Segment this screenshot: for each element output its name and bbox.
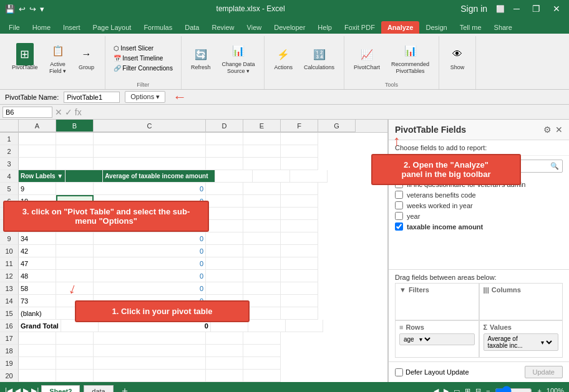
cell-f13[interactable] — [281, 282, 318, 295]
row-num-13[interactable]: 13 — [0, 282, 19, 295]
cell-b4[interactable] — [66, 170, 103, 183]
cell-e4[interactable] — [253, 170, 290, 183]
cell-a17[interactable] — [19, 332, 56, 345]
calculations-button[interactable]: 🔢 Calculations — [299, 42, 339, 74]
tab-home[interactable]: Home — [26, 21, 57, 34]
tab-page-layout[interactable]: Page Layout — [87, 21, 138, 34]
tab-help[interactable]: Help — [311, 21, 338, 34]
refresh-button[interactable]: 🔄 Refresh — [187, 42, 215, 74]
col-header-a[interactable]: A — [19, 120, 56, 132]
zoom-slider[interactable] — [495, 386, 532, 392]
more-icon[interactable]: ▾ — [40, 4, 44, 14]
cell-f9[interactable] — [281, 232, 318, 245]
formula-input[interactable] — [84, 108, 567, 116]
actions-button[interactable]: ⚡ Actions — [270, 42, 297, 74]
change-source-button[interactable]: 📊 Change DataSource ▾ — [217, 39, 259, 78]
cell-d6[interactable] — [206, 195, 243, 208]
cell-a15[interactable]: (blank) — [19, 307, 56, 320]
cell-d20[interactable] — [206, 370, 243, 382]
row-num-14[interactable]: 14 — [0, 295, 19, 307]
cell-b20[interactable] — [56, 370, 94, 382]
cell-f3[interactable] — [281, 158, 318, 170]
row-num-1[interactable]: 1 — [0, 133, 19, 145]
cell-f14[interactable] — [281, 295, 318, 307]
cell-b9[interactable] — [56, 232, 94, 245]
zoom-minus-icon[interactable]: − — [486, 387, 490, 392]
cell-b10[interactable] — [56, 245, 94, 257]
cell-f10[interactable] — [281, 245, 318, 257]
pivot-name-input[interactable] — [64, 92, 120, 103]
options-button[interactable]: Options ▾ — [125, 91, 165, 103]
cell-e3[interactable] — [243, 158, 281, 170]
tab-review[interactable]: Review — [205, 21, 240, 34]
cell-a14[interactable]: 73 — [19, 295, 56, 307]
col-header-g[interactable]: G — [318, 120, 356, 132]
cell-f11[interactable] — [281, 257, 318, 270]
field-checkbox-3[interactable] — [395, 201, 403, 209]
row-num-19[interactable]: 19 — [0, 357, 19, 370]
ribbon-display-icon[interactable]: ⬜ — [496, 5, 505, 13]
tab-foxit[interactable]: Foxit PDF — [338, 21, 381, 34]
cell-c13[interactable]: 0 — [94, 282, 206, 295]
cell-f2[interactable] — [281, 145, 318, 158]
cell-c18[interactable] — [94, 345, 206, 357]
cell-b18[interactable] — [56, 345, 94, 357]
close-button[interactable]: ✕ — [549, 4, 564, 14]
tab-share[interactable]: Share — [488, 21, 518, 34]
row-num-10[interactable]: 10 — [0, 245, 19, 257]
scroll-left-icon[interactable]: ◀ — [434, 387, 439, 393]
col-header-f[interactable]: F — [281, 120, 318, 132]
sheet-tab-sheet2[interactable]: Sheet2 — [41, 385, 80, 393]
cell-d8[interactable] — [206, 220, 243, 232]
cell-a20[interactable] — [19, 370, 56, 382]
cell-e1[interactable] — [243, 133, 281, 145]
row-num-20[interactable]: 20 — [0, 370, 19, 382]
cell-a12[interactable]: 48 — [19, 270, 56, 282]
cell-f12[interactable] — [281, 270, 318, 282]
minimize-button[interactable]: ─ — [510, 4, 523, 14]
row-num-18[interactable]: 18 — [0, 345, 19, 357]
cell-e6[interactable] — [243, 195, 281, 208]
sidebar-close-icon[interactable]: ✕ — [555, 125, 563, 135]
cell-a11[interactable]: 47 — [19, 257, 56, 270]
cell-e10[interactable] — [243, 245, 281, 257]
cell-e18[interactable] — [243, 345, 281, 357]
row-num-2[interactable]: 2 — [0, 145, 19, 158]
active-field-button[interactable]: 📋 ActiveField ▾ — [45, 39, 71, 78]
cell-d18[interactable] — [206, 345, 243, 357]
row-num-17[interactable]: 17 — [0, 332, 19, 345]
col-header-d[interactable]: D — [206, 120, 243, 132]
tab-developer[interactable]: Developer — [268, 21, 311, 34]
cell-c17[interactable] — [94, 332, 206, 345]
view-normal-icon[interactable]: ▭ — [454, 387, 460, 393]
filter-connections-button[interactable]: 🔗 Filter Connections — [110, 64, 176, 73]
cell-d9[interactable] — [206, 232, 243, 245]
cell-c9[interactable]: 0 — [94, 232, 206, 245]
cell-d1[interactable] — [206, 133, 243, 145]
row-num-5[interactable]: 5 — [0, 183, 19, 195]
zoom-plus-icon[interactable]: + — [537, 387, 541, 392]
row-num-4[interactable]: 4 — [0, 170, 19, 183]
restore-button[interactable]: ❐ — [528, 4, 544, 14]
cell-b5[interactable] — [56, 183, 94, 195]
cell-d7[interactable] — [206, 208, 243, 220]
cell-c11[interactable]: 0 — [94, 257, 206, 270]
values-dropdown[interactable]: ▾ — [538, 338, 554, 347]
cell-e11[interactable] — [243, 257, 281, 270]
tab-tell-me[interactable]: Tell me — [454, 21, 488, 34]
col-header-e[interactable]: E — [243, 120, 281, 132]
add-sheet-button[interactable]: ＋ — [117, 385, 132, 393]
tab-analyze[interactable]: Analyze — [381, 21, 420, 34]
cell-a16[interactable]: Grand Total — [19, 320, 61, 332]
field-checkbox-2[interactable] — [395, 191, 403, 199]
cell-f8[interactable] — [281, 220, 318, 232]
sheet-nav-prev[interactable]: ◀ — [15, 386, 21, 392]
rows-dropdown[interactable]: ▾ — [417, 335, 432, 343]
tab-file[interactable]: File — [2, 21, 26, 34]
cell-b1[interactable] — [56, 133, 94, 145]
cell-c10[interactable]: 0 — [94, 245, 206, 257]
tab-design[interactable]: Design — [419, 21, 453, 34]
col-header-b[interactable]: B — [56, 120, 94, 132]
row-num-12[interactable]: 12 — [0, 270, 19, 282]
cell-a19[interactable] — [19, 357, 56, 370]
